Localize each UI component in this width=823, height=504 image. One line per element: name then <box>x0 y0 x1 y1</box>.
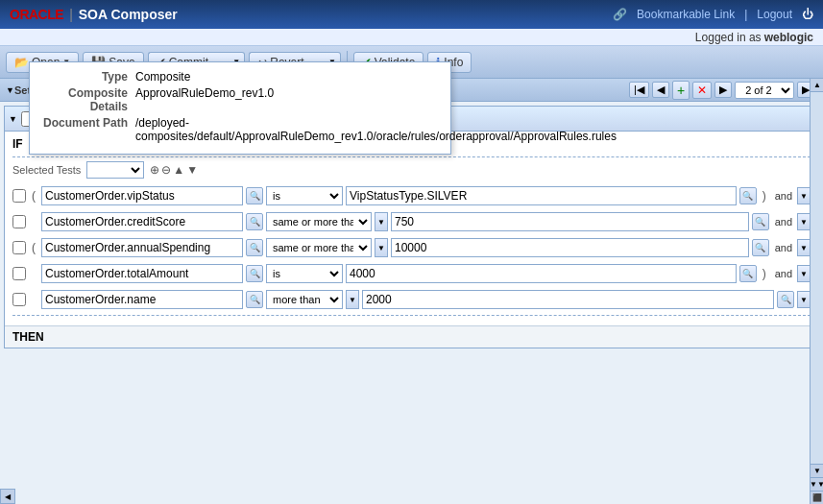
bookmarkable-link[interactable]: Bookmarkable Link <box>637 8 735 21</box>
cond-value-search-1[interactable]: 🔍 <box>752 213 769 230</box>
nav-delete[interactable]: ✕ <box>692 82 712 99</box>
cond-connector-dropdown-4[interactable]: ▼ <box>797 291 811 308</box>
selected-tests-bar: Selected Tests ⊕ ⊖ ▲ ▼ <box>12 161 811 179</box>
cond-op-1[interactable]: same or more than is more than <box>266 212 372 231</box>
expand-arrow[interactable]: ▼ <box>6 85 14 95</box>
selected-tests-label: Selected Tests <box>12 164 81 176</box>
subheader: Logged in as weblogic <box>0 29 823 46</box>
document-label: Document Path <box>41 116 128 143</box>
header-links: 🔗 Bookmarkable Link | Logout ⏻ <box>613 8 813 21</box>
info-composite-row: Composite Details ApprovalRuleDemo_rev1.… <box>41 86 439 113</box>
cond-value-1[interactable] <box>391 212 749 231</box>
cond-value-search-3[interactable]: 🔍 <box>739 265 757 282</box>
username: weblogic <box>764 31 813 44</box>
cond-value-3[interactable] <box>346 264 737 283</box>
rule-expand[interactable]: ▼ <box>9 114 17 124</box>
cond-field-0[interactable] <box>41 186 243 205</box>
cond-search-2[interactable]: 🔍 <box>246 239 263 256</box>
condition-row-4: 🔍 more than is same or more than ▼ 🔍 ▼ <box>12 288 811 311</box>
cond-search-4[interactable]: 🔍 <box>246 291 263 308</box>
scroll-end-button[interactable]: ▼▼ <box>811 477 823 491</box>
scroll-up-button[interactable]: ▲ <box>811 79 823 92</box>
tests-nav: ⊕ ⊖ ▲ ▼ <box>150 163 198 177</box>
info-type-row: Type Composite <box>41 70 439 84</box>
cond-field-1[interactable] <box>41 212 243 231</box>
page-select[interactable]: 2 of 2 <box>735 82 794 99</box>
if-sep-top <box>12 156 811 157</box>
cond-value-0[interactable] <box>346 186 737 205</box>
test-nav-btn2[interactable]: ⊖ <box>161 163 171 177</box>
cond-search-1[interactable]: 🔍 <box>246 213 263 230</box>
cond-value-search-2[interactable]: 🔍 <box>752 239 769 256</box>
cond-and-text-2: and <box>772 242 795 253</box>
left-nav-button[interactable]: ◀ <box>0 489 15 504</box>
logged-in-text: Logged in as weblogic <box>695 31 813 44</box>
link-sep: | <box>744 8 747 21</box>
nav-next[interactable]: ▶ <box>714 82 732 98</box>
cond-value-search-4[interactable]: 🔍 <box>777 291 794 308</box>
cond-and-text-0: and <box>772 190 795 202</box>
cond-op-dropdown-4[interactable]: ▼ <box>346 290 359 309</box>
cond-check-4[interactable] <box>12 293 26 306</box>
cond-and-dropdown-2[interactable]: ▼ <box>797 239 811 256</box>
logo-divider: | <box>69 7 73 22</box>
logo-area: ORACLE | SOA Composer <box>10 7 178 22</box>
if-section: IF Selected Tests ⊕ ⊖ ▲ ▼ ( <box>5 132 818 325</box>
nav-controls: |◀ ◀ + ✕ ▶ 2 of 2 ▶| <box>629 81 817 100</box>
scroll-bottom-button[interactable]: ⬛ <box>811 491 823 504</box>
cond-and-dropdown-3[interactable]: ▼ <box>797 265 811 282</box>
cond-and-dropdown-1[interactable]: ▼ <box>797 213 811 230</box>
test-nav-btn1[interactable]: ⊕ <box>150 163 159 177</box>
cond-field-4[interactable] <box>41 290 243 309</box>
cond-op-4[interactable]: more than is same or more than <box>266 290 343 309</box>
test-nav-down[interactable]: ▼ <box>186 163 198 177</box>
cond-op-dropdown-1[interactable]: ▼ <box>375 212 388 231</box>
cond-paren-open-4 <box>29 293 38 306</box>
cond-field-3[interactable] <box>41 264 243 283</box>
document-value: /deployed-composites/default/ApprovalRul… <box>135 116 617 143</box>
folder-icon: 📂 <box>14 56 29 69</box>
cond-connector-0: and ▼ <box>772 187 811 204</box>
cond-check-3[interactable] <box>12 267 26 280</box>
type-label: Type <box>41 70 128 84</box>
composite-value: ApprovalRuleDemo_rev1.0 <box>135 86 274 113</box>
condition-row-0: ( 🔍 is is not same or more than more tha… <box>12 184 811 207</box>
cond-value-2[interactable] <box>391 238 749 257</box>
then-section: THEN <box>5 325 818 348</box>
cond-connector-2: and ▼ <box>772 239 811 256</box>
cond-search-3[interactable]: 🔍 <box>246 265 263 282</box>
cond-paren-close-3: ) <box>760 267 769 280</box>
condition-row-2: ( 🔍 same or more than is more than ▼ 🔍 a… <box>12 236 811 259</box>
cond-paren-open-3 <box>29 267 38 280</box>
nav-add[interactable]: + <box>672 81 690 100</box>
cond-op-3[interactable]: is same or more than more than <box>266 264 343 283</box>
cond-and-dropdown-0[interactable]: ▼ <box>797 187 811 204</box>
cond-check-2[interactable] <box>12 241 26 254</box>
oracle-logo: ORACLE <box>10 7 63 22</box>
condition-row-3: 🔍 is same or more than more than 🔍 ) and… <box>12 262 811 285</box>
logout-link[interactable]: Logout <box>757 8 792 21</box>
right-scrollbar[interactable]: ▲ ▼ ▼▼ ⬛ <box>810 79 823 504</box>
cond-field-2[interactable] <box>41 238 243 257</box>
scroll-down-button[interactable]: ▼ <box>811 464 823 477</box>
test-nav-up[interactable]: ▲ <box>173 163 184 177</box>
cond-and-text-3: and <box>772 268 795 279</box>
info-popup: Type Composite Composite Details Approva… <box>29 61 451 155</box>
cond-value-search-0[interactable]: 🔍 <box>739 187 757 204</box>
cond-check-1[interactable] <box>12 215 26 228</box>
cond-check-0[interactable] <box>12 189 26 203</box>
cond-op-2[interactable]: same or more than is more than <box>266 238 372 257</box>
cond-op-0[interactable]: is is not same or more than more than <box>266 186 343 205</box>
type-value: Composite <box>135 70 190 84</box>
logout-icon: ⏻ <box>802 8 813 21</box>
condition-row-1: 🔍 same or more than is more than ▼ 🔍 and… <box>12 210 811 233</box>
cond-paren-open-2: ( <box>29 241 38 254</box>
nav-prev-prev[interactable]: |◀ <box>629 82 649 98</box>
cond-search-0[interactable]: 🔍 <box>246 187 263 204</box>
cond-value-4[interactable] <box>362 290 774 309</box>
selected-tests-dropdown[interactable] <box>86 161 144 179</box>
nav-prev[interactable]: ◀ <box>652 82 669 98</box>
if-sep-bottom <box>12 315 811 316</box>
cond-paren-close-0: ) <box>760 189 769 203</box>
cond-op-dropdown-2[interactable]: ▼ <box>375 238 388 257</box>
